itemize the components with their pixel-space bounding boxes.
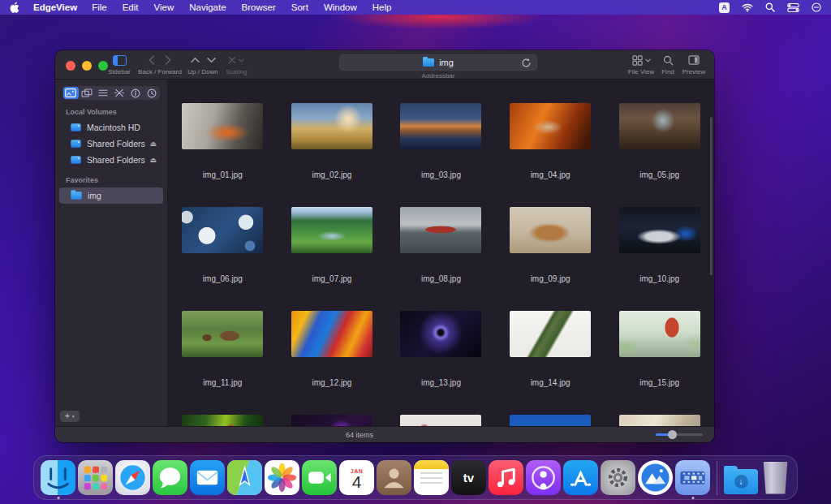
file-item[interactable] xyxy=(386,391,496,426)
thumbnail[interactable] xyxy=(510,311,591,357)
menu-sort[interactable]: Sort xyxy=(291,2,308,12)
file-item-img_12[interactable]: img_12.jpg xyxy=(278,287,387,391)
dock-icon-maps[interactable] xyxy=(227,460,262,495)
sidebar-item-img[interactable]: img xyxy=(59,187,163,204)
thumbnail[interactable] xyxy=(291,415,372,426)
file-item-img_09[interactable]: img_09.jpg xyxy=(496,183,605,287)
dock-icon-downloads[interactable]: ↓ xyxy=(724,462,758,494)
file-item-img_04[interactable]: img_04.jpg xyxy=(496,80,605,183)
sidebar-tab-list-icon[interactable] xyxy=(96,87,111,99)
minimize-button[interactable] xyxy=(82,61,92,71)
file-item-img_06[interactable]: img_06.jpg xyxy=(168,183,278,287)
dock-icon-finder[interactable] xyxy=(41,460,75,495)
dock-icon-notes[interactable] xyxy=(414,460,449,495)
file-item-img_03[interactable]: img_03.jpg xyxy=(386,80,496,183)
thumbnail[interactable] xyxy=(182,207,263,253)
file-item-img_07[interactable]: img_07.jpg xyxy=(278,183,387,287)
file-view-button[interactable]: File View xyxy=(623,54,659,75)
file-item[interactable] xyxy=(605,391,714,426)
file-item-img_14[interactable]: img_14.jpg xyxy=(496,287,605,391)
preview-button[interactable]: Preview xyxy=(677,54,711,75)
scrollbar[interactable] xyxy=(710,117,713,275)
menu-browser[interactable]: Browser xyxy=(242,2,276,12)
thumbnail[interactable] xyxy=(400,415,481,426)
spotlight-icon[interactable] xyxy=(765,2,775,12)
reload-button[interactable] xyxy=(521,57,532,71)
dock-icon-music[interactable] xyxy=(489,460,523,495)
thumbnail[interactable] xyxy=(291,207,372,253)
thumbnail[interactable] xyxy=(400,207,481,253)
close-button[interactable] xyxy=(66,61,75,71)
wifi-icon[interactable] xyxy=(742,3,753,12)
find-button[interactable]: Find xyxy=(657,54,678,75)
file-item-img_10[interactable]: img_10.jpg xyxy=(605,183,714,287)
thumbnail[interactable] xyxy=(182,103,263,149)
file-item-img_11[interactable]: img_11.jpg xyxy=(168,287,278,391)
thumbnail[interactable] xyxy=(619,207,700,253)
sidebar-tab-image-icon[interactable] xyxy=(63,87,79,99)
sidebar-tab-info-icon[interactable] xyxy=(127,87,143,99)
dock-icon-system-preferences[interactable] xyxy=(601,460,635,495)
file-item-img_13[interactable]: img_13.jpg xyxy=(386,287,496,391)
sidebar-tab-images-icon[interactable] xyxy=(80,87,95,99)
dock-icon-launchpad[interactable] xyxy=(78,460,113,495)
menu-file[interactable]: File xyxy=(92,2,107,12)
file-item[interactable] xyxy=(168,391,278,426)
thumbnail[interactable] xyxy=(400,311,481,357)
thumbnail[interactable] xyxy=(619,415,700,426)
dock-icon-calendar[interactable]: JAN4 xyxy=(339,460,374,495)
file-item[interactable] xyxy=(496,391,605,426)
input-source-icon[interactable]: A xyxy=(719,2,730,13)
active-app-name[interactable]: EdgeView xyxy=(33,2,77,12)
sidebar-item-macintosh-hd[interactable]: Macintosh HD xyxy=(59,119,163,136)
file-item-img_08[interactable]: img_08.jpg xyxy=(386,183,496,287)
focus-icon[interactable] xyxy=(812,2,821,12)
thumbnail[interactable] xyxy=(619,103,700,149)
up-down-buttons[interactable]: Up / Down xyxy=(185,54,221,75)
dock-icon-mail[interactable] xyxy=(190,460,225,495)
dock-icon-safari[interactable] xyxy=(115,460,150,495)
slider-knob[interactable] xyxy=(668,430,677,439)
file-item[interactable] xyxy=(278,391,387,426)
thumbnail[interactable] xyxy=(291,311,372,357)
eject-icon[interactable]: ⏏ xyxy=(149,140,157,148)
thumbnail[interactable] xyxy=(400,103,481,149)
thumbnail[interactable] xyxy=(510,415,591,426)
sidebar-tab-history-icon[interactable] xyxy=(144,87,159,99)
menu-view[interactable]: View xyxy=(153,2,174,12)
apple-menu[interactable] xyxy=(10,2,20,13)
menu-help[interactable]: Help xyxy=(372,2,392,12)
thumbnail[interactable] xyxy=(619,311,700,357)
window-toolbar[interactable]: Sidebar Back / Forward Up / Down Scaling xyxy=(55,50,714,80)
dock-icon-trash[interactable] xyxy=(760,462,790,494)
scaling-button[interactable]: Scaling xyxy=(219,54,253,75)
sidebar-item-shared-folders[interactable]: Shared Folders⏏ xyxy=(59,152,163,168)
dock-icon-facetime[interactable] xyxy=(302,460,337,495)
dock-icon-photos[interactable] xyxy=(265,460,299,495)
sidebar-item-shared-folders[interactable]: Shared Folders⏏ xyxy=(59,136,163,152)
thumbnail[interactable] xyxy=(182,311,263,357)
add-volume-button[interactable]: + ▾ xyxy=(60,411,80,422)
sidebar-tab-adjust-icon[interactable] xyxy=(112,87,127,99)
control-center-icon[interactable] xyxy=(787,3,799,12)
thumbnail[interactable] xyxy=(510,207,591,253)
dock-icon-contacts[interactable] xyxy=(377,460,411,495)
thumbnail-zoom-slider[interactable] xyxy=(656,433,703,436)
menu-navigate[interactable]: Navigate xyxy=(189,2,226,12)
menu-window[interactable]: Window xyxy=(324,2,357,12)
dock-icon-edgeview[interactable] xyxy=(675,460,710,495)
thumbnail[interactable] xyxy=(291,103,372,149)
file-item-img_01[interactable]: img_01.jpg xyxy=(168,80,278,183)
dock-icon-messages[interactable] xyxy=(153,460,187,495)
file-item-img_05[interactable]: img_05.jpg xyxy=(605,80,714,183)
eject-icon[interactable]: ⏏ xyxy=(149,156,157,164)
menu-edit[interactable]: Edit xyxy=(123,2,139,12)
thumbnail[interactable] xyxy=(510,103,591,149)
back-forward-buttons[interactable]: Back / Forward xyxy=(135,54,185,75)
sidebar-toggle-button[interactable]: Sidebar xyxy=(102,54,136,75)
address-bar[interactable]: img xyxy=(339,54,537,71)
dock-icon-app-store[interactable] xyxy=(563,460,598,495)
file-item-img_02[interactable]: img_02.jpg xyxy=(278,80,387,183)
dock-icon-image-viewer[interactable] xyxy=(638,460,673,495)
dock-icon-podcasts[interactable] xyxy=(526,460,561,495)
